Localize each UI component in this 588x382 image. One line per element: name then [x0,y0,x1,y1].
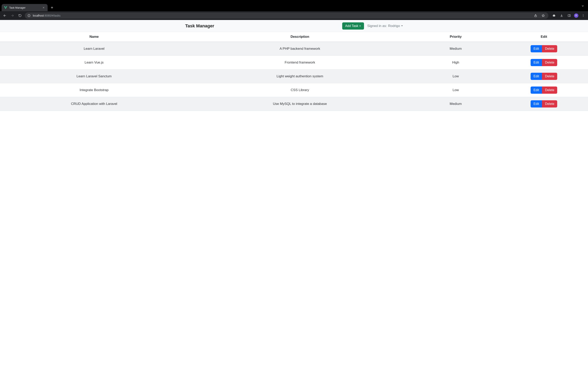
col-header-name: Name [0,32,188,42]
url-path: :8080/#/tasks [44,14,60,17]
cell-description: Use MySQL to integrate a database [188,97,412,111]
app-navbar: Task Manager Add Task + Signed in as: Ro… [0,20,588,32]
profile-avatar-initial: R [575,14,577,17]
row-actions: EditDelete [531,59,557,66]
forward-button[interactable] [10,13,15,18]
delete-button[interactable]: Delete [542,100,557,108]
back-button[interactable] [2,13,8,18]
cell-name: Integrate Bootstrap [0,83,188,97]
delete-button[interactable]: Delete [542,45,557,52]
cell-actions: EditDelete [500,56,588,70]
cell-name: CRUD Application with Laravel [0,97,188,111]
cell-description: A PHP backend framework [188,42,412,56]
address-bar-url: localhost:8080/#/tasks [33,14,531,17]
svg-rect-12 [568,15,570,17]
col-header-edit: Edit [500,32,588,42]
cell-description: Light weight authention system [188,70,412,83]
edit-button[interactable]: Edit [531,59,542,66]
extensions-icon[interactable] [551,13,557,18]
signed-in-username: Rodrigo [388,24,400,28]
tab-close-icon[interactable] [42,6,45,9]
user-menu[interactable]: Signed in as: Rodrigo [367,24,403,28]
app-brand[interactable]: Task Manager [185,23,214,29]
site-info-icon[interactable] [27,14,31,17]
edit-button[interactable]: Edit [531,45,542,52]
new-tab-button[interactable] [49,5,55,10]
vue-favicon-icon [4,6,7,9]
browser-tab[interactable]: Task Manager [1,4,48,11]
svg-point-16 [583,16,583,17]
delete-button[interactable]: Delete [542,73,557,80]
cell-description: CSS Library [188,83,412,97]
edit-button[interactable]: Edit [531,73,542,80]
row-actions: EditDelete [531,45,557,52]
cell-actions: EditDelete [500,70,588,83]
delete-button[interactable]: Delete [542,59,557,66]
add-task-button[interactable]: Add Task + [342,22,364,30]
cell-actions: EditDelete [500,42,588,56]
cell-priority: Medium [412,42,500,56]
tasks-table: Name Description Priority Edit Learn Lar… [0,32,588,111]
table-row: Learn Laravel SanctumLight weight authen… [0,70,588,83]
col-header-description: Description [188,32,412,42]
cell-priority: Low [412,70,500,83]
row-actions: EditDelete [531,73,557,80]
cell-name: Learn Vue.js [0,56,188,70]
profile-avatar[interactable]: R [574,13,578,18]
cell-priority: High [412,56,500,70]
side-panel-icon[interactable] [567,13,572,18]
delete-button[interactable]: Delete [542,87,557,94]
svg-marker-10 [542,14,545,17]
svg-point-14 [583,14,583,15]
table-row: CRUD Application with LaravelUse MySQL t… [0,97,588,111]
share-icon[interactable] [533,13,538,18]
table-row: Learn LaravelA PHP backend frameworkMedi… [0,42,588,56]
kebab-menu-icon[interactable] [580,13,586,18]
svg-point-15 [583,15,583,16]
cell-description: Frontend framework [188,56,412,70]
cell-name: Learn Laravel Sanctum [0,70,188,83]
signed-in-prefix: Signed in as: [367,24,387,28]
row-actions: EditDelete [531,87,557,94]
table-row: Integrate BootstrapCSS LibraryLowEditDel… [0,83,588,97]
page: Task Manager Add Task + Signed in as: Ro… [0,20,588,111]
row-actions: EditDelete [531,100,557,108]
table-row: Learn Vue.jsFrontend frameworkHighEditDe… [0,56,588,70]
browser-toolbar: localhost:8080/#/tasks [0,11,588,20]
caret-down-icon [401,25,403,26]
reload-button[interactable] [17,13,23,18]
cell-actions: EditDelete [500,83,588,97]
cell-priority: Medium [412,97,500,111]
address-bar[interactable]: localhost:8080/#/tasks [25,12,548,19]
toolbar-right: R [550,13,586,18]
bookmark-star-icon[interactable] [540,13,546,18]
downloads-icon[interactable] [559,13,564,18]
tabs-overflow-button[interactable] [580,4,585,8]
col-header-priority: Priority [412,32,500,42]
url-host: localhost [33,14,44,17]
browser-tab-title: Task Manager [9,6,40,9]
tab-strip: Task Manager [0,0,588,11]
cell-actions: EditDelete [500,97,588,111]
cell-priority: Low [412,83,500,97]
edit-button[interactable]: Edit [531,100,542,108]
cell-name: Learn Laravel [0,42,188,56]
edit-button[interactable]: Edit [531,87,542,94]
browser-chrome: Task Manager [0,0,588,20]
